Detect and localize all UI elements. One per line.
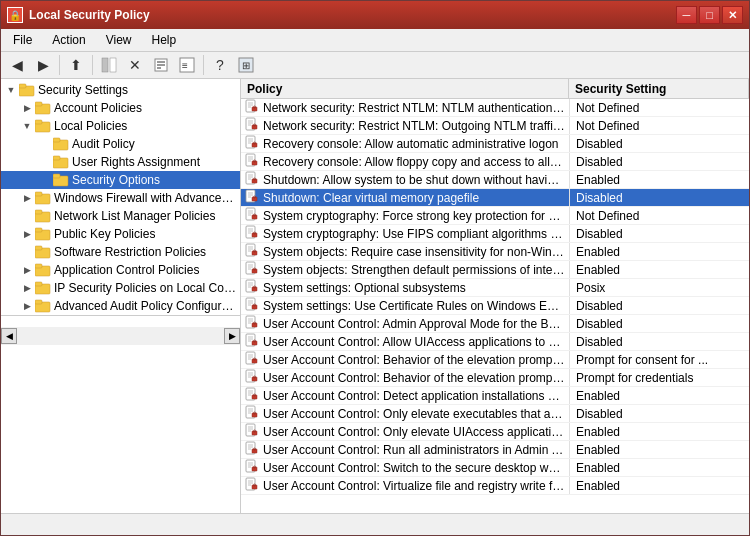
policy-icon [245, 225, 259, 242]
svg-rect-88 [252, 251, 257, 255]
toolbar-separator-3 [203, 55, 204, 75]
sidebar-scroll-right[interactable]: ▶ [224, 328, 240, 344]
sidebar-item-account-policies[interactable]: ▶ Account Policies [1, 99, 240, 117]
sidebar-item-security-settings[interactable]: ▼ Security Settings [1, 81, 240, 99]
expander-public-key: ▶ [19, 226, 35, 242]
svg-rect-13 [35, 102, 42, 106]
toolbar-separator-2 [92, 55, 93, 75]
list-row[interactable]: Shutdown: Allow system to be shut down w… [241, 171, 749, 189]
list-row[interactable]: User Account Control: Detect application… [241, 387, 749, 405]
policy-text: Recovery console: Allow floppy copy and … [263, 155, 565, 169]
list-row[interactable]: User Account Control: Only elevate UIAcc… [241, 423, 749, 441]
list-row[interactable]: Recovery console: Allow floppy copy and … [241, 153, 749, 171]
policy-icon [245, 477, 259, 494]
menu-help[interactable]: Help [144, 31, 185, 49]
sidebar-item-public-key[interactable]: ▶ Public Key Policies [1, 225, 240, 243]
list-row[interactable]: User Account Control: Allow UIAccess app… [241, 333, 749, 351]
maximize-button[interactable]: □ [699, 6, 720, 24]
list-row[interactable]: System objects: Require case insensitivi… [241, 243, 749, 261]
list-row[interactable]: User Account Control: Behavior of the el… [241, 369, 749, 387]
help-button[interactable]: ? [208, 54, 232, 76]
sidebar-item-windows-firewall[interactable]: ▶ Windows Firewall with Advanced Secu... [1, 189, 240, 207]
sidebar-item-advanced-audit[interactable]: ▶ Advanced Audit Policy Configuration [1, 297, 240, 315]
extra-button[interactable]: ⊞ [234, 54, 258, 76]
expander-app-control: ▶ [19, 262, 35, 278]
window-controls: ─ □ ✕ [676, 6, 743, 24]
sidebar-item-software-restriction[interactable]: ▶ Software Restriction Policies [1, 243, 240, 261]
column-header-policy[interactable]: Policy [241, 79, 569, 98]
list-row[interactable]: Network security: Restrict NTLM: Outgoin… [241, 117, 749, 135]
policy-icon [245, 459, 259, 476]
back-button[interactable]: ◀ [5, 54, 29, 76]
menu-view[interactable]: View [98, 31, 140, 49]
policy-cell: User Account Control: Switch to the secu… [241, 459, 569, 476]
show-hide-button[interactable] [97, 54, 121, 76]
sidebar-label-windows-firewall: Windows Firewall with Advanced Secu... [54, 191, 238, 205]
list-row[interactable]: User Account Control: Virtualize file an… [241, 477, 749, 495]
svg-rect-106 [252, 305, 257, 309]
policy-cell: User Account Control: Only elevate UIAcc… [241, 423, 569, 440]
setting-cell: Posix [569, 279, 749, 296]
svg-rect-11 [19, 84, 26, 88]
folder-icon-security-settings [19, 83, 35, 97]
policy-text: Shutdown: Allow system to be shut down w… [263, 173, 565, 187]
list-row[interactable]: User Account Control: Run all administra… [241, 441, 749, 459]
setting-cell: Enabled [569, 171, 749, 188]
svg-rect-40 [252, 107, 257, 111]
list-row[interactable]: System settings: Use Certificate Rules o… [241, 297, 749, 315]
sidebar-item-ip-security[interactable]: ▶ IP Security Policies on Local Compute.… [1, 279, 240, 297]
sidebar-item-local-policies[interactable]: ▼ Local Policies [1, 117, 240, 135]
policy-cell: System settings: Use Certificate Rules o… [241, 297, 569, 314]
setting-cell: Disabled [569, 315, 749, 332]
list-row[interactable]: User Account Control: Switch to the secu… [241, 459, 749, 477]
up-button[interactable]: ⬆ [64, 54, 88, 76]
list-row[interactable]: Recovery console: Allow automatic admini… [241, 135, 749, 153]
sidebar-label-security-options: Security Options [72, 173, 160, 187]
column-header-setting[interactable]: Security Setting [569, 79, 749, 98]
list-row[interactable]: Network security: Restrict NTLM: NTLM au… [241, 99, 749, 117]
sidebar-item-audit-policy[interactable]: ▶ Audit Policy [1, 135, 240, 153]
list-row[interactable]: User Account Control: Only elevate execu… [241, 405, 749, 423]
properties-button[interactable] [149, 54, 173, 76]
svg-rect-29 [35, 246, 42, 250]
policy-text: Recovery console: Allow automatic admini… [263, 137, 558, 151]
sidebar-item-network-list[interactable]: ▶ Network List Manager Policies [1, 207, 240, 225]
sidebar-item-user-rights[interactable]: ▶ User Rights Assignment [1, 153, 240, 171]
menu-action[interactable]: Action [44, 31, 93, 49]
svg-rect-76 [252, 215, 257, 219]
policy-cell: User Account Control: Virtualize file an… [241, 477, 569, 494]
policy-text: User Account Control: Only elevate execu… [263, 407, 565, 421]
folder-icon-account-policies [35, 101, 51, 115]
setting-cell: Disabled [569, 153, 749, 170]
toolbar: ◀ ▶ ⬆ ✕ ≡ ? [1, 52, 749, 79]
list-row[interactable]: System cryptography: Force strong key pr… [241, 207, 749, 225]
svg-rect-112 [252, 323, 257, 327]
expander-ip-security: ▶ [19, 280, 35, 296]
list-row[interactable]: System objects: Strengthen default permi… [241, 261, 749, 279]
policy-cell: Recovery console: Allow automatic admini… [241, 135, 569, 152]
policy-icon [245, 243, 259, 260]
sidebar-item-app-control[interactable]: ▶ Application Control Policies [1, 261, 240, 279]
svg-rect-52 [252, 143, 257, 147]
close-button[interactable]: ✕ [722, 6, 743, 24]
list-row[interactable]: Shutdown: Clear virtual memory pagefileD… [241, 189, 749, 207]
policy-cell: System objects: Strengthen default permi… [241, 261, 569, 278]
sidebar-scroll-left[interactable]: ◀ [1, 328, 17, 344]
menu-file[interactable]: File [5, 31, 40, 49]
minimize-button[interactable]: ─ [676, 6, 697, 24]
sidebar-item-security-options[interactable]: ▶ Security Options [1, 171, 240, 189]
export-button[interactable]: ≡ [175, 54, 199, 76]
forward-button[interactable]: ▶ [31, 54, 55, 76]
setting-cell: Disabled [569, 225, 749, 242]
delete-button[interactable]: ✕ [123, 54, 147, 76]
setting-cell: Enabled [569, 477, 749, 494]
list-row[interactable]: System settings: Optional subsystemsPosi… [241, 279, 749, 297]
policy-cell: System cryptography: Use FIPS compliant … [241, 225, 569, 242]
svg-rect-19 [53, 156, 60, 160]
list-row[interactable]: User Account Control: Admin Approval Mod… [241, 315, 749, 333]
folder-icon-audit-policy [53, 137, 69, 151]
list-row[interactable]: User Account Control: Behavior of the el… [241, 351, 749, 369]
policy-icon [245, 153, 259, 170]
list-row[interactable]: System cryptography: Use FIPS compliant … [241, 225, 749, 243]
policy-icon [245, 351, 259, 368]
